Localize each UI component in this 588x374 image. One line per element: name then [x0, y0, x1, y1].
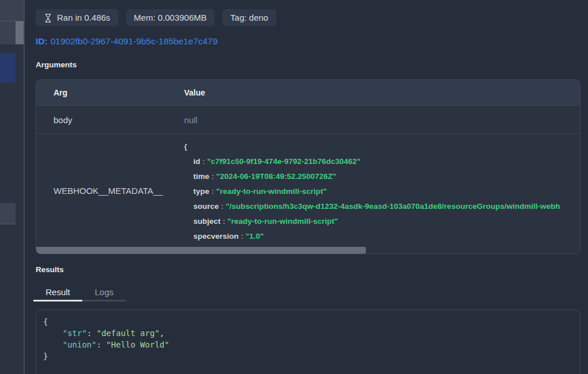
memory-badge: Mem: 0.003906MB [126, 9, 215, 26]
tag-badge: Tag: deno [222, 9, 276, 26]
json-entry-subject: subject : "ready-to-run-windmill-script" [184, 214, 580, 229]
duration-badge-label: Ran in 0.486s [57, 13, 110, 23]
arguments-table-header: Arg Value [36, 80, 580, 106]
results-heading: Results [36, 265, 64, 274]
column-header-value: Value [167, 80, 580, 105]
code-line-union: "union": "Hello World" [43, 339, 573, 350]
arguments-table: Arg Value body null WEBHOOK__METADATA__ … [36, 79, 581, 254]
json-entry-specversion: specversion : "1.0" [184, 229, 580, 244]
json-entry-time: time : "2024-06-19T08:49:52.2500726Z" [184, 169, 580, 184]
rail-divider [24, 0, 25, 374]
rail-block-active[interactable] [0, 54, 16, 82]
rail-scrollbar-thumb[interactable] [16, 21, 24, 44]
tab-result[interactable]: Result [33, 284, 82, 302]
arguments-heading: Arguments [36, 60, 77, 69]
job-id-value[interactable]: 01902fb0-2967-4091-9b5c-185be1e7c479 [51, 36, 217, 46]
duration-badge: Ran in 0.486s [36, 9, 119, 26]
code-open-brace: { [43, 316, 573, 327]
run-status-badges: Ran in 0.486s Mem: 0.003906MB Tag: deno [36, 9, 276, 26]
job-id-line: ID:01902fb0-2967-4091-9b5c-185be1e7c479 [36, 36, 217, 47]
code-line-str: "str": "default arg", [43, 327, 573, 339]
column-header-arg: Arg [36, 80, 167, 105]
webhook-metadata-json: { id : "c7f91c50-9f19-474e-9792-21b76dc3… [167, 134, 580, 247]
table-horizontal-scrollbar-thumb[interactable] [36, 247, 366, 254]
json-entry-id: id : "c7f91c50-9f19-474e-9792-21b76dc304… [184, 154, 580, 169]
arg-name-body: body [36, 106, 167, 133]
hourglass-icon [44, 13, 52, 23]
tab-logs[interactable]: Logs [82, 284, 126, 302]
arg-name-webhook-metadata: WEBHOOK__METADATA__ [36, 134, 167, 247]
json-entry-source: source : "/subscriptions/h3c3qw-d1232-4a… [184, 199, 580, 214]
arg-value-body: null [167, 106, 580, 133]
left-rail [0, 0, 24, 374]
result-code-block: { "str": "default arg", "union": "Hello … [36, 310, 581, 374]
rail-block-selected[interactable] [0, 21, 16, 44]
table-row-body: body null [36, 106, 580, 134]
table-row-webhook-metadata: WEBHOOK__METADATA__ { id : "c7f91c50-9f1… [36, 134, 580, 247]
table-horizontal-scrollbar[interactable] [36, 247, 580, 254]
rail-block-item[interactable] [0, 203, 16, 224]
job-id-label: ID: [36, 36, 48, 46]
rail-block-top [0, 0, 24, 21]
json-open-brace: { [184, 139, 580, 154]
code-close-brace: } [43, 350, 573, 362]
json-entry-type: type : "ready-to-run-windmill-script" [184, 184, 580, 199]
results-tabs: Result Logs [33, 284, 126, 302]
